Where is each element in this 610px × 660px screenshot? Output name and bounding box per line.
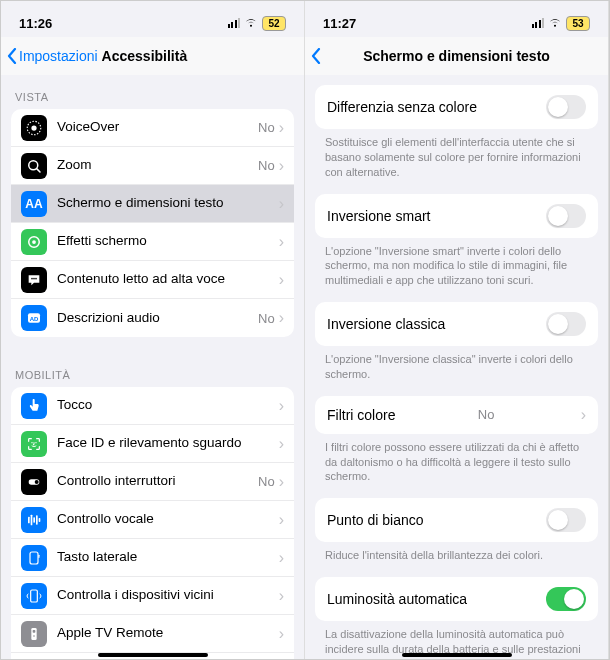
row-label: Tocco — [57, 397, 279, 413]
settings-row[interactable]: Apple TV Remote› — [11, 615, 294, 653]
row-label: Punto di bianco — [327, 512, 424, 528]
row-footer-note: L'opzione "Inversione classica" inverte … — [305, 346, 608, 394]
cellular-icon — [228, 18, 241, 28]
chevron-right-icon: › — [279, 309, 284, 327]
settings-row[interactable]: Tasto laterale› — [11, 539, 294, 577]
settings-row[interactable]: Controllo interruttoriNo› — [11, 463, 294, 501]
row-value: No — [478, 407, 495, 422]
svg-rect-18 — [36, 515, 38, 524]
settings-row[interactable]: Inversione classica — [315, 302, 598, 346]
row-label: Contenuto letto ad alta voce — [57, 271, 279, 287]
settings-row[interactable]: Inversione smart — [315, 194, 598, 238]
chevron-right-icon: › — [581, 406, 586, 424]
touch-icon — [21, 393, 47, 419]
svg-point-7 — [33, 277, 35, 279]
settings-row[interactable]: Effetti schermo› — [11, 223, 294, 261]
sidebtn-icon — [21, 545, 47, 571]
setting-section: Inversione smartL'opzione "Inversione sm… — [305, 194, 608, 301]
settings-row[interactable]: VoiceOverNo› — [11, 109, 294, 147]
settings-row[interactable]: AASchermo e dimensioni testo› — [11, 185, 294, 223]
home-indicator[interactable] — [98, 653, 208, 657]
chevron-right-icon: › — [279, 271, 284, 289]
toggle-switch[interactable] — [546, 95, 586, 119]
settings-row[interactable]: ZoomNo› — [11, 147, 294, 185]
toggle-switch[interactable] — [546, 204, 586, 228]
row-label: Luminosità automatica — [327, 591, 467, 607]
svg-rect-22 — [31, 590, 38, 602]
row-label: Schermo e dimensioni testo — [57, 195, 279, 211]
settings-row[interactable]: Punto di bianco — [315, 498, 598, 542]
svg-point-8 — [35, 277, 37, 279]
wifi-icon — [548, 18, 562, 28]
settings-row[interactable]: Filtri coloreNo› — [315, 396, 598, 434]
back-button[interactable] — [311, 48, 321, 64]
status-indicators: 53 — [532, 16, 591, 31]
svg-rect-23 — [31, 628, 36, 640]
settings-row[interactable]: Controllo vocale› — [11, 501, 294, 539]
settings-row[interactable]: Contenuto letto ad alta voce› — [11, 261, 294, 299]
svg-point-24 — [33, 635, 35, 637]
svg-point-6 — [31, 277, 33, 279]
settings-row[interactable]: Face ID e rilevamento sguardo› — [11, 425, 294, 463]
row-label: VoiceOver — [57, 119, 258, 135]
screen-accessibility: 11:26 52 Impostazioni Accessibilità VIST… — [1, 1, 305, 660]
toggle-switch[interactable] — [546, 587, 586, 611]
chevron-right-icon: › — [279, 157, 284, 175]
svg-rect-17 — [33, 517, 35, 522]
setting-section: Inversione classicaL'opzione "Inversione… — [305, 302, 608, 394]
settings-row[interactable]: Tocco› — [11, 387, 294, 425]
remote-icon — [21, 621, 47, 647]
screen-display-text-size: 11:27 53 Schermo e dimensioni testo Diff… — [305, 1, 609, 660]
voicectl-icon — [21, 507, 47, 533]
back-label: Impostazioni — [19, 48, 98, 64]
settings-list[interactable]: VISTAVoiceOverNo›ZoomNo›AASchermo e dime… — [1, 75, 304, 660]
svg-point-14 — [35, 480, 39, 484]
aa-icon: AA — [21, 191, 47, 217]
row-label: Tasto laterale — [57, 549, 279, 565]
row-footer-note: L'opzione "Inversione smart" inverte i c… — [305, 238, 608, 301]
setting-section: Luminosità automaticaLa disattivazione d… — [305, 577, 608, 660]
chevron-right-icon: › — [279, 397, 284, 415]
wifi-icon — [244, 18, 258, 28]
status-time: 11:27 — [323, 16, 356, 31]
back-button[interactable]: Impostazioni — [7, 48, 98, 64]
setting-section: Punto di biancoRiduce l'intensità della … — [305, 498, 608, 575]
svg-point-12 — [35, 442, 36, 443]
chevron-left-icon — [7, 48, 17, 64]
row-value: No — [258, 158, 275, 173]
row-label: Controlla i dispositivi vicini — [57, 587, 279, 603]
nearby-icon — [21, 583, 47, 609]
svg-point-1 — [31, 125, 36, 130]
faceid-icon — [21, 431, 47, 457]
chevron-right-icon: › — [279, 587, 284, 605]
svg-rect-21 — [38, 554, 39, 557]
toggle-switch[interactable] — [546, 312, 586, 336]
chevron-right-icon: › — [279, 549, 284, 567]
settings-list[interactable]: Differenzia senza coloreSostituisce gli … — [305, 75, 608, 660]
section-header: MOBILITÀ — [1, 353, 304, 387]
row-value: No — [258, 474, 275, 489]
chevron-right-icon: › — [279, 511, 284, 529]
toggle-switch[interactable] — [546, 508, 586, 532]
svg-text:AD: AD — [30, 316, 39, 322]
svg-rect-20 — [30, 552, 38, 564]
chevron-right-icon: › — [279, 625, 284, 643]
settings-row[interactable]: ADDescrizioni audioNo› — [11, 299, 294, 337]
svg-point-11 — [31, 442, 32, 443]
settings-row[interactable]: Luminosità automatica — [315, 577, 598, 621]
setting-section: Filtri coloreNo›I filtri colore possono … — [305, 396, 608, 497]
section-header: VISTA — [1, 75, 304, 109]
row-label: Controllo vocale — [57, 511, 279, 527]
settings-row[interactable]: Controlla i dispositivi vicini› — [11, 577, 294, 615]
row-value: No — [258, 120, 275, 135]
home-indicator[interactable] — [402, 653, 512, 657]
row-label: Effetti schermo — [57, 233, 279, 249]
switch-icon — [21, 469, 47, 495]
svg-line-3 — [37, 168, 40, 171]
row-label: Zoom — [57, 157, 258, 173]
row-label: Apple TV Remote — [57, 625, 279, 641]
status-indicators: 52 — [228, 16, 287, 31]
settings-row[interactable]: Differenzia senza colore — [315, 85, 598, 129]
status-time: 11:26 — [19, 16, 52, 31]
row-footer-note: Riduce l'intensità della brillantezza de… — [305, 542, 608, 575]
